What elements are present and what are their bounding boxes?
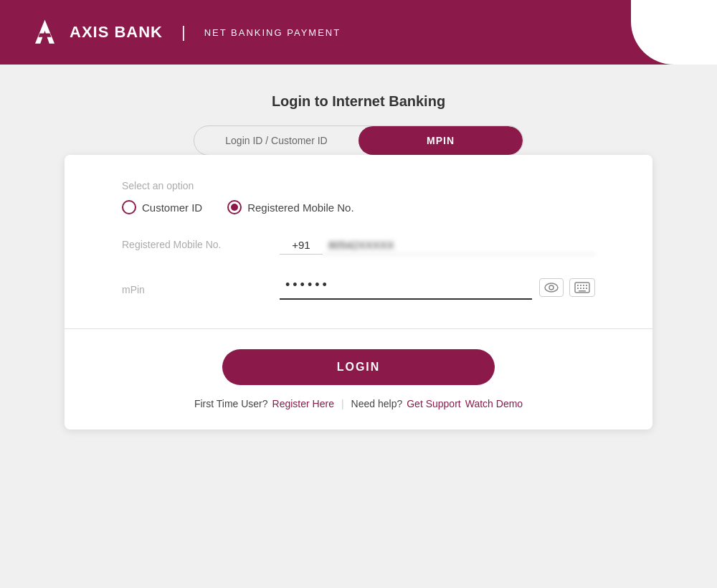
footer-links: First Time User? Register Here | Need he… bbox=[194, 398, 523, 409]
svg-rect-5 bbox=[577, 285, 579, 286]
header-divider: | bbox=[181, 23, 186, 42]
page-title: Login to Internet Banking bbox=[272, 93, 445, 110]
mobile-field-row: Registered Mobile No. bbox=[122, 236, 595, 255]
svg-rect-11 bbox=[583, 288, 584, 289]
svg-rect-8 bbox=[586, 285, 587, 286]
logo-container: AXIS BANK | NET BANKING PAYMENT bbox=[29, 16, 341, 49]
radio-customer-id-label: Customer ID bbox=[142, 201, 202, 214]
footer-separator: | bbox=[341, 398, 344, 409]
mpin-label: mPin bbox=[122, 284, 280, 300]
svg-rect-7 bbox=[583, 285, 584, 286]
select-option-label: Select an option bbox=[122, 180, 595, 191]
radio-option-mobile-no[interactable]: Registered Mobile No. bbox=[227, 200, 353, 214]
mobile-field-label: Registered Mobile No. bbox=[122, 239, 280, 255]
card-footer: LOGIN First Time User? Register Here | N… bbox=[65, 328, 652, 430]
mpin-field-row: mPin bbox=[122, 275, 595, 300]
login-card: Select an option Customer ID Registered … bbox=[65, 155, 652, 430]
svg-point-3 bbox=[549, 285, 554, 290]
svg-marker-1 bbox=[39, 33, 52, 37]
register-here-link[interactable]: Register Here bbox=[272, 398, 334, 409]
svg-rect-12 bbox=[586, 288, 587, 289]
first-time-user-text: First Time User? bbox=[194, 398, 268, 409]
svg-rect-10 bbox=[580, 288, 581, 289]
phone-number-input[interactable] bbox=[323, 236, 595, 255]
svg-rect-6 bbox=[580, 285, 581, 286]
login-button[interactable]: LOGIN bbox=[222, 349, 495, 385]
tab-mpin[interactable]: MPIN bbox=[358, 126, 523, 155]
need-help-text: Need help? bbox=[351, 398, 403, 409]
header-subtitle: NET BANKING PAYMENT bbox=[204, 27, 341, 38]
svg-rect-9 bbox=[577, 288, 579, 289]
card-body: Select an option Customer ID Registered … bbox=[65, 155, 652, 328]
mpin-icons bbox=[532, 278, 595, 300]
axis-bank-logo-icon bbox=[29, 16, 61, 49]
svg-marker-0 bbox=[35, 19, 54, 43]
svg-point-2 bbox=[545, 283, 558, 292]
tab-switcher: Login ID / Customer ID MPIN bbox=[194, 125, 523, 156]
radio-customer-id-indicator[interactable] bbox=[122, 200, 136, 214]
radio-option-customer-id[interactable]: Customer ID bbox=[122, 200, 202, 214]
mobile-field-inputs bbox=[280, 236, 595, 255]
get-support-link[interactable]: Get Support bbox=[407, 398, 461, 409]
tab-login-id[interactable]: Login ID / Customer ID bbox=[194, 126, 358, 155]
mpin-input[interactable] bbox=[280, 275, 532, 295]
country-code-input[interactable] bbox=[280, 236, 323, 255]
svg-rect-13 bbox=[579, 290, 586, 292]
virtual-keyboard-button[interactable] bbox=[569, 278, 595, 297]
radio-mobile-no-indicator[interactable] bbox=[227, 200, 242, 214]
watch-demo-link[interactable]: Watch Demo bbox=[465, 398, 523, 409]
header: AXIS BANK | NET BANKING PAYMENT bbox=[0, 0, 717, 65]
radio-mobile-no-label: Registered Mobile No. bbox=[247, 201, 353, 214]
show-password-button[interactable] bbox=[539, 278, 564, 297]
bank-name: AXIS BANK bbox=[70, 23, 163, 42]
radio-group: Customer ID Registered Mobile No. bbox=[122, 200, 595, 214]
main-content: Login to Internet Banking Login ID / Cus… bbox=[0, 65, 717, 444]
mpin-input-wrapper bbox=[280, 275, 532, 300]
